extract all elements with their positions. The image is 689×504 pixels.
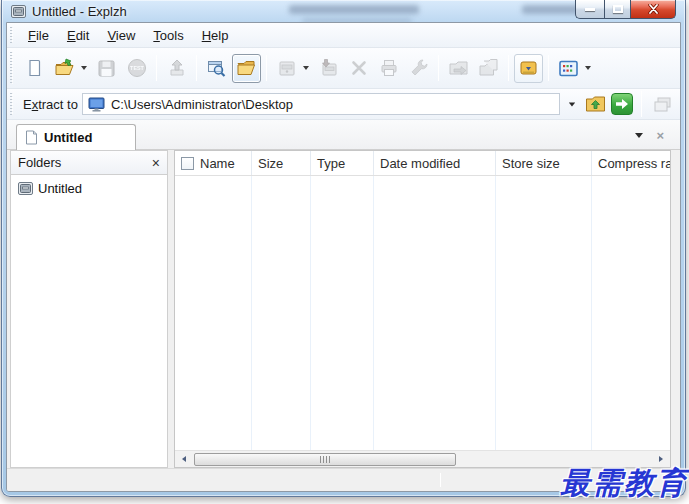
move-to-folder-icon: [448, 58, 469, 78]
window-layout-button[interactable]: [650, 92, 674, 116]
tree-item-untitled[interactable]: Untitled: [15, 180, 163, 197]
extract-bar: Extract to C:\Users\Administrator\Deskto…: [7, 89, 680, 120]
desktop-monitor-icon: [88, 97, 105, 112]
move-to-folder-button[interactable]: [444, 54, 473, 83]
menu-view[interactable]: View: [98, 25, 144, 46]
copy-to-folder-icon: [478, 58, 499, 78]
wrench-icon: [409, 58, 429, 78]
select-all-checkbox[interactable]: [181, 157, 194, 170]
toolbar-separator: [266, 55, 267, 81]
print-button[interactable]: [374, 54, 403, 83]
toolbar-grip[interactable]: [10, 93, 13, 115]
extract-go-button[interactable]: [611, 93, 633, 115]
folders-panel: Folders × Untitled: [10, 150, 168, 468]
tab-close-button[interactable]: ×: [656, 129, 664, 142]
column-header-date-modified[interactable]: Date modified: [374, 151, 496, 175]
menu-file[interactable]: File: [19, 25, 58, 46]
column-gridline: [251, 176, 252, 450]
explzh-window: Untitled - Explzh File Edit View Tools H…: [1, 0, 686, 497]
watermark-text: 最需教育: [560, 463, 688, 504]
tab-untitled[interactable]: Untitled: [16, 124, 136, 150]
file-list-panel: Name Size Type Date modified Store size …: [174, 150, 671, 468]
main-area: Folders × Untitled: [7, 150, 680, 468]
toolbar-grip[interactable]: [10, 27, 13, 43]
scrollbar-thumb[interactable]: [194, 453, 456, 466]
app-icon: [11, 5, 26, 18]
view-details-icon: [558, 59, 579, 78]
open-folder-button[interactable]: [232, 54, 261, 83]
tab-label: Untitled: [44, 130, 92, 145]
folders-tree[interactable]: Untitled: [10, 175, 168, 468]
maximize-button[interactable]: [604, 0, 631, 19]
save-button[interactable]: [92, 54, 121, 83]
convert-archive-dropdown[interactable]: [303, 66, 309, 70]
file-list-body[interactable]: [175, 176, 670, 450]
menu-tools[interactable]: Tools: [144, 25, 192, 46]
column-gridline: [310, 176, 311, 450]
extract-button[interactable]: [162, 54, 191, 83]
column-header-type[interactable]: Type: [311, 151, 374, 175]
extract-icon: [167, 58, 187, 78]
copy-to-folder-button[interactable]: [474, 54, 503, 83]
column-gridline: [591, 176, 592, 450]
main-toolbar: TEST: [7, 48, 680, 89]
view-details-dropdown[interactable]: [585, 66, 591, 70]
arrow-right-icon: [615, 98, 629, 110]
print-icon: [379, 58, 399, 78]
folders-panel-close-button[interactable]: ×: [152, 156, 160, 170]
file-list-header: Name Size Type Date modified Store size …: [175, 151, 670, 176]
minimize-icon: [585, 8, 595, 11]
new-document-icon: [25, 58, 45, 78]
column-header-size[interactable]: Size: [252, 151, 311, 175]
maximize-icon: [613, 5, 623, 13]
folders-panel-header: Folders ×: [10, 150, 168, 175]
close-icon: [648, 4, 659, 14]
close-button[interactable]: [631, 0, 676, 19]
glass-blur-artifact: [289, 5, 419, 14]
extract-path-combobox[interactable]: C:\Users\Administrator\Desktop: [82, 93, 560, 115]
desktop-button[interactable]: [514, 54, 543, 83]
open-archive-button[interactable]: [50, 54, 79, 83]
preview-button[interactable]: [202, 54, 231, 83]
view-details-button[interactable]: [554, 54, 583, 83]
menu-help[interactable]: Help: [193, 25, 238, 46]
new-archive-button[interactable]: [20, 54, 49, 83]
window-body: File Edit View Tools Help: [6, 22, 681, 492]
convert-archive-icon: [277, 58, 297, 78]
column-header-name[interactable]: Name: [175, 151, 252, 175]
folder-up-icon: [585, 95, 606, 113]
delete-button[interactable]: [344, 54, 373, 83]
chevron-down-icon: [568, 102, 574, 106]
toolbar-separator: [641, 91, 642, 117]
scroll-left-button[interactable]: [176, 452, 192, 467]
caption-buttons: [575, 0, 676, 19]
desktop-icon: [519, 59, 538, 77]
stacked-windows-icon: [653, 96, 672, 113]
toolbar-grip[interactable]: [10, 52, 13, 84]
open-archive-icon: [54, 58, 75, 78]
browse-folder-button[interactable]: [583, 92, 607, 116]
test-archive-icon: TEST: [127, 58, 147, 78]
arrow-right-icon: [659, 456, 663, 462]
window-title: Untitled - Explzh: [32, 4, 127, 19]
toolbar-separator: [508, 55, 509, 81]
column-header-compress-ratio[interactable]: Compress ratio: [592, 151, 670, 175]
add-to-archive-button[interactable]: [314, 54, 343, 83]
extract-path-dropdown[interactable]: [564, 93, 579, 115]
tab-controls: ×: [635, 129, 664, 142]
properties-button[interactable]: [404, 54, 433, 83]
extract-path-value: C:\Users\Administrator\Desktop: [111, 97, 293, 112]
convert-archive-button[interactable]: [272, 54, 301, 83]
status-bar-divider: [440, 473, 441, 487]
title-bar[interactable]: Untitled - Explzh: [2, 0, 685, 22]
toolbar-separator: [156, 55, 157, 81]
tab-list-dropdown[interactable]: [635, 133, 643, 138]
arrow-left-icon: [182, 456, 186, 462]
minimize-button[interactable]: [575, 0, 604, 19]
archive-drawer-icon: [18, 182, 33, 195]
menu-edit[interactable]: Edit: [58, 25, 98, 46]
add-to-archive-icon: [319, 58, 339, 78]
test-archive-button[interactable]: TEST: [122, 54, 151, 83]
open-archive-dropdown[interactable]: [81, 66, 87, 70]
column-header-store-size[interactable]: Store size: [496, 151, 592, 175]
